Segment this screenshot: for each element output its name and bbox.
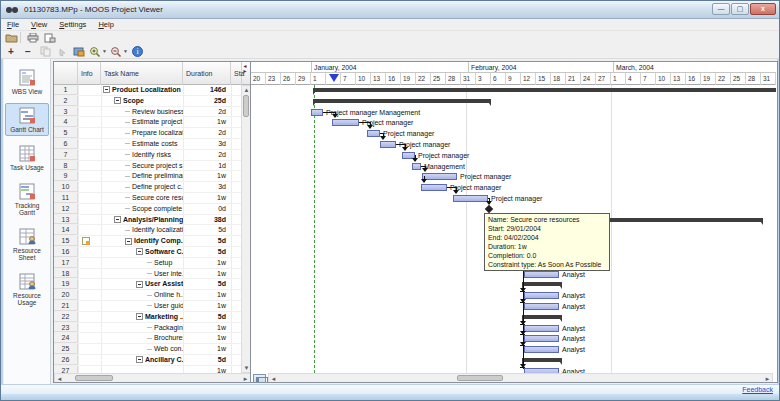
gantt-task-bar[interactable]: [524, 271, 559, 278]
gantt-task-bar[interactable]: [421, 184, 447, 191]
collapse-box-icon[interactable]: [136, 248, 143, 255]
table-row[interactable]: 2Scope25d: [54, 96, 242, 107]
goto-task-icon[interactable]: [72, 45, 86, 58]
gantt-summary-bar[interactable]: [313, 88, 776, 92]
sidebar-item-resource-usage[interactable]: Resource Usage: [5, 269, 49, 309]
table-row[interactable]: 6Estimate costs3d: [54, 139, 242, 150]
gantt-horizontal-scrollbar[interactable]: ◄ ►: [268, 373, 773, 383]
resource-sheet-icon: [17, 228, 37, 245]
column-header-duration[interactable]: Duration: [183, 62, 231, 85]
gantt-task-bar[interactable]: [332, 119, 359, 126]
table-row[interactable]: 16Software C...5d: [54, 247, 242, 258]
minimize-button[interactable]: —: [712, 3, 730, 15]
table-row[interactable]: 10Define project c...3d: [54, 182, 242, 193]
print-preview-icon[interactable]: [43, 31, 57, 44]
gantt-task-bar[interactable]: [524, 292, 559, 299]
gantt-bar-label: Analyst: [562, 292, 585, 300]
table-row[interactable]: 12Scope complete0d: [54, 204, 242, 215]
table-row[interactable]: 21User guide1w: [54, 301, 242, 312]
table-row[interactable]: 19User Assist...5d: [54, 279, 242, 290]
pan-icon[interactable]: [55, 45, 69, 58]
table-row[interactable]: 8Secure project s...1d: [54, 161, 242, 172]
feedback-link[interactable]: Feedback: [742, 386, 773, 393]
info-cell: [78, 279, 101, 289]
table-row[interactable]: 5Prepare localizati...2d: [54, 128, 242, 139]
sidebar-item-task-usage[interactable]: Task Usage: [5, 141, 49, 174]
table-row[interactable]: 25Web con...1w: [54, 344, 242, 355]
table-horizontal-scrollbar[interactable]: ◄ ►: [54, 373, 251, 383]
collapse-box-icon[interactable]: [114, 97, 121, 104]
menu-item-file[interactable]: File: [1, 19, 25, 31]
table-row[interactable]: 4Estimate project ...1w: [54, 117, 242, 128]
gantt-splitter-icon[interactable]: [253, 374, 266, 383]
gantt-summary-bar[interactable]: [313, 99, 491, 103]
sidebar-item-tracking-gantt[interactable]: Tracking Gantt: [5, 179, 49, 219]
table-row[interactable]: 22Marketing ...5d: [54, 312, 242, 323]
gantt-task-bar[interactable]: [524, 325, 559, 332]
zoom-in-icon[interactable]: ▼: [89, 45, 107, 58]
table-vertical-scrollbar[interactable]: ▲ ▼: [241, 85, 251, 373]
table-row[interactable]: 23Packaging1w: [54, 323, 242, 334]
tree-dash: [147, 273, 152, 274]
gantt-task-bar[interactable]: [453, 195, 488, 202]
sidebar-item-gantt-chart[interactable]: Gantt Chart: [5, 103, 49, 136]
duration-cell: 1w: [183, 193, 231, 203]
note-icon[interactable]: [82, 237, 90, 245]
gantt-milestone[interactable]: [485, 205, 493, 213]
collapse-box-icon[interactable]: [103, 86, 110, 93]
gantt-task-bar[interactable]: [311, 109, 323, 116]
table-row[interactable]: 15Identify Comp...5d: [54, 236, 242, 247]
menu-item-settings[interactable]: Settings: [53, 19, 92, 31]
collapse-box-icon[interactable]: [114, 216, 121, 223]
print-icon[interactable]: [26, 31, 40, 44]
copy-icon[interactable]: [38, 45, 52, 58]
gantt-summary-bar[interactable]: [522, 315, 562, 319]
collapse-box-icon[interactable]: [125, 238, 132, 245]
table-row[interactable]: 3Review business...2d: [54, 107, 242, 118]
gantt-task-bar[interactable]: [367, 130, 380, 137]
open-icon[interactable]: [4, 31, 18, 44]
splitter-arrows-icon[interactable]: ◄►: [240, 64, 250, 74]
table-row[interactable]: 271w: [54, 366, 242, 373]
sidebar-item-wbs-view[interactable]: WBS View: [5, 65, 49, 98]
column-header-task-name[interactable]: Task Name: [101, 62, 183, 85]
table-row[interactable]: 9Define preliminar...1w: [54, 171, 242, 182]
gantt-task-bar[interactable]: [412, 163, 421, 170]
table-row[interactable]: 1Product Localization ...146d: [54, 85, 242, 96]
expand-all-icon[interactable]: +: [4, 45, 18, 58]
sidebar-item-resource-sheet[interactable]: Resource Sheet: [5, 224, 49, 264]
table-row[interactable]: 20Online h...1w: [54, 290, 242, 301]
maximize-button[interactable]: ▢: [731, 3, 749, 15]
collapse-all-icon[interactable]: −: [21, 45, 35, 58]
gantt-summary-bar[interactable]: [522, 282, 562, 286]
duration-cell: 1w: [183, 258, 231, 268]
table-row[interactable]: 7Identify risks2d: [54, 150, 242, 161]
close-button[interactable]: x: [750, 3, 776, 15]
gantt-task-bar[interactable]: [422, 173, 457, 180]
task-name-cell: Scope: [101, 96, 183, 106]
collapse-box-icon[interactable]: [136, 356, 143, 363]
collapse-box-icon[interactable]: [136, 281, 143, 288]
table-row[interactable]: 17Setup1w: [54, 258, 242, 269]
menu-item-view[interactable]: View: [25, 19, 53, 31]
table-row[interactable]: 14Identify localizati...5d: [54, 225, 242, 236]
table-row[interactable]: 11Secure core reso...1w: [54, 193, 242, 204]
collapse-box-icon[interactable]: [136, 313, 143, 320]
link-line: [520, 334, 525, 335]
gantt-task-bar[interactable]: [380, 141, 396, 148]
table-row[interactable]: 24Brochures1w: [54, 333, 242, 344]
table-row[interactable]: 13Analysis/Planning38d: [54, 215, 242, 226]
menu-item-help[interactable]: Help: [92, 19, 119, 31]
column-header-info[interactable]: Info: [78, 62, 101, 85]
gantt-summary-bar[interactable]: [522, 358, 562, 362]
table-row[interactable]: 18User inte...1w: [54, 269, 242, 280]
column-header-row-number[interactable]: [54, 62, 78, 85]
gantt-task-bar[interactable]: [524, 303, 559, 310]
task-name-text: User guide: [154, 301, 183, 311]
gantt-task-bar[interactable]: [524, 368, 559, 373]
gantt-task-bar[interactable]: [524, 335, 559, 342]
zoom-out-icon[interactable]: ▼: [110, 45, 128, 58]
info-icon[interactable]: i: [131, 45, 145, 58]
table-row[interactable]: 26Ancillary C...5d: [54, 355, 242, 366]
gantt-task-bar[interactable]: [524, 346, 559, 353]
